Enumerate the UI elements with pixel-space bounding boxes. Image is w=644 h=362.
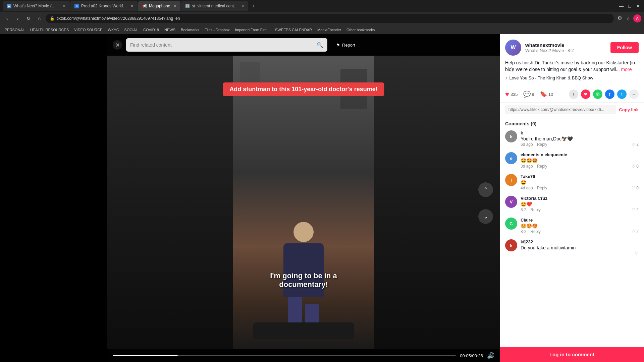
- profile-icon[interactable]: A: [633, 14, 641, 22]
- bookmark-other[interactable]: Other bookmarks: [344, 27, 377, 33]
- tab-close-3[interactable]: ✕: [173, 4, 176, 8]
- comment-count: 9: [532, 92, 534, 97]
- reply-button-5[interactable]: Reply: [530, 229, 541, 234]
- search-input[interactable]: [130, 42, 314, 48]
- comment-body-k: k You're the man,Doc🦅🖤 6d ago Reply ♡ 2: [521, 130, 639, 147]
- sidebar-header: W whatsnextmovie What's Next? Movie · 8-…: [500, 34, 644, 86]
- comment-text-5: 🤩🤩🤩: [521, 223, 639, 229]
- url-text: tiktok.com/@whatsnextmovie/video/7262868…: [57, 16, 180, 21]
- video-link: https://www.tiktok.com/@whatsnextmovie/v…: [505, 105, 616, 114]
- comment-like-2[interactable]: ♡ 0: [632, 164, 639, 169]
- extensions-icon[interactable]: ⚙: [616, 14, 623, 22]
- bookmark-button[interactable]: 🔖 10: [540, 90, 553, 98]
- tab-whats-next[interactable]: ▶ What's Next? Movie (@wha... ✕: [3, 1, 70, 11]
- time-display: 00:05/00:26: [460, 353, 483, 358]
- comments-title: Comments (9): [505, 121, 639, 126]
- comment-meta-6: ♡: [521, 251, 639, 256]
- new-tab-button[interactable]: +: [249, 1, 258, 11]
- reply-button-2[interactable]: Reply: [537, 164, 547, 169]
- share-heart-button[interactable]: ❤: [581, 89, 590, 99]
- comment-like-k[interactable]: ♡ 2: [632, 142, 639, 147]
- bookmark-sweeps[interactable]: SWEEPS CALENDAR: [273, 27, 314, 33]
- share-facebook-button[interactable]: f: [605, 89, 614, 99]
- share-tiktok-button[interactable]: T: [569, 89, 578, 99]
- comment-time-4: 8-2: [521, 207, 526, 212]
- bookmark-news[interactable]: NEWS: [162, 27, 177, 33]
- minimize-button[interactable]: —: [618, 2, 625, 10]
- bookmark-mediaencoder[interactable]: MediaEncoder: [315, 27, 343, 33]
- reply-button-k[interactable]: Reply: [537, 142, 547, 147]
- star-icon[interactable]: ☆: [625, 14, 632, 22]
- back-button[interactable]: ‹: [3, 14, 11, 23]
- tab-st-vincent[interactable]: 🏥 st. vincent medical center clevel... ✕: [181, 1, 248, 11]
- comment-user-2: elements n elequeenie: [521, 152, 639, 157]
- copy-link-button[interactable]: Copy link: [619, 107, 639, 112]
- share-forward-button[interactable]: →: [629, 89, 639, 99]
- reply-button-4[interactable]: Reply: [530, 207, 541, 212]
- bookmark-personal[interactable]: PERSONAL: [3, 27, 27, 33]
- tab-close-1[interactable]: ✕: [63, 4, 66, 8]
- url-bar[interactable]: 🔒 tiktok.com/@whatsnextmovie/video/72628…: [46, 14, 614, 23]
- volume-button[interactable]: 🔊: [487, 352, 494, 359]
- home-button[interactable]: ⌂: [35, 14, 44, 23]
- comment-button[interactable]: 💬 9: [523, 90, 534, 98]
- music-icon: ♪: [505, 75, 507, 80]
- share-twitter-button[interactable]: t: [617, 89, 627, 99]
- bookmark-social[interactable]: SOCIAL: [122, 27, 140, 33]
- follow-button[interactable]: Follow: [610, 42, 639, 53]
- read-more-button[interactable]: more: [621, 67, 632, 72]
- reload-button[interactable]: ↻: [24, 14, 33, 23]
- bookmark-wkyc[interactable]: WKYC: [106, 27, 121, 33]
- tab-label-4: st. vincent medical center clevel...: [192, 4, 238, 8]
- close-window-button[interactable]: ✕: [635, 2, 641, 10]
- comment-like-5[interactable]: ♡ 2: [632, 229, 639, 234]
- video-container[interactable]: Add stuntman to this 101-year-old doctor…: [107, 56, 500, 349]
- heart-icon-k: ♡: [632, 142, 635, 147]
- comment-item-2: e elements n elequeenie 🤩🤩🤩 3d ago Reply…: [505, 152, 639, 169]
- close-video-button[interactable]: ✕: [113, 40, 122, 50]
- music-title: Love You So - The King Khan & BBQ Show: [509, 75, 593, 80]
- heart-icon-5: ♡: [632, 229, 635, 234]
- sidebar: W whatsnextmovie What's Next? Movie · 8-…: [500, 34, 644, 362]
- bookmark-health[interactable]: HEALTH RESOURCES: [28, 27, 71, 33]
- heart-icon-4: ♡: [632, 207, 635, 212]
- bookmark-dropbox[interactable]: Files - Dropbox: [203, 27, 232, 33]
- bookmark-covid[interactable]: COVID19: [141, 27, 161, 33]
- author-info: whatsnextmovie What's Next? Movie · 8-2: [525, 42, 606, 53]
- like-button[interactable]: ♥ 335: [505, 90, 518, 98]
- search-icon[interactable]: 🔍: [317, 42, 323, 48]
- comment-like-4[interactable]: ♡ 2: [632, 207, 639, 212]
- comments-section: Comments (9) k k You're the man,Doc🦅🖤 6d…: [500, 117, 644, 347]
- tab-close-4[interactable]: ✕: [241, 4, 244, 8]
- progress-bar[interactable]: [113, 355, 456, 356]
- comment-item-5: C Claire 🤩🤩🤩 8-2 Reply ♡ 2: [505, 218, 639, 234]
- lock-icon: 🔒: [50, 16, 55, 21]
- tab-close-2[interactable]: ✕: [130, 4, 133, 8]
- forward-button[interactable]: ›: [13, 14, 22, 23]
- report-button[interactable]: ⚑ Report: [331, 40, 360, 50]
- tab-megaphone[interactable]: 📢 Megaphone ✕: [138, 1, 180, 11]
- restore-button[interactable]: □: [627, 2, 633, 10]
- tab-label-1: What's Next? Movie (@wha...: [13, 4, 59, 8]
- reply-button-3[interactable]: Reply: [537, 186, 547, 190]
- login-to-comment-bar[interactable]: Log in to comment: [500, 347, 644, 362]
- share-icons: T ❤ ✆ f t →: [569, 89, 639, 99]
- comment-user-3: Take76: [521, 174, 639, 179]
- comment-text-6: Do you take a multivitamin: [521, 245, 639, 250]
- tab-kronos[interactable]: K Prod a02 Kronos Workforce Cer... ✕: [70, 1, 138, 11]
- comment-like-6[interactable]: ♡: [635, 251, 639, 256]
- share-whatsapp-button[interactable]: ✆: [593, 89, 602, 99]
- comment-time-2: 3d ago: [521, 164, 533, 169]
- progress-fill: [113, 355, 178, 356]
- bookmark-imported[interactable]: Imported From Fire...: [233, 27, 272, 33]
- treadmill: [253, 322, 354, 339]
- heart-icon-2: ♡: [632, 164, 635, 169]
- next-video-button[interactable]: ⌄: [478, 209, 493, 224]
- bookmark-video-source[interactable]: VIDEO SOURCE: [72, 27, 104, 33]
- search-bar[interactable]: 🔍: [126, 38, 327, 52]
- previous-video-button[interactable]: ⌃: [478, 182, 493, 197]
- bookmark-bookmarks[interactable]: Bookmarks: [179, 27, 201, 33]
- tab-bar: ▶ What's Next? Movie (@wha... ✕ K Prod a…: [0, 0, 644, 12]
- flag-icon: ⚑: [336, 43, 340, 48]
- comment-like-3[interactable]: ♡ 0: [632, 186, 639, 190]
